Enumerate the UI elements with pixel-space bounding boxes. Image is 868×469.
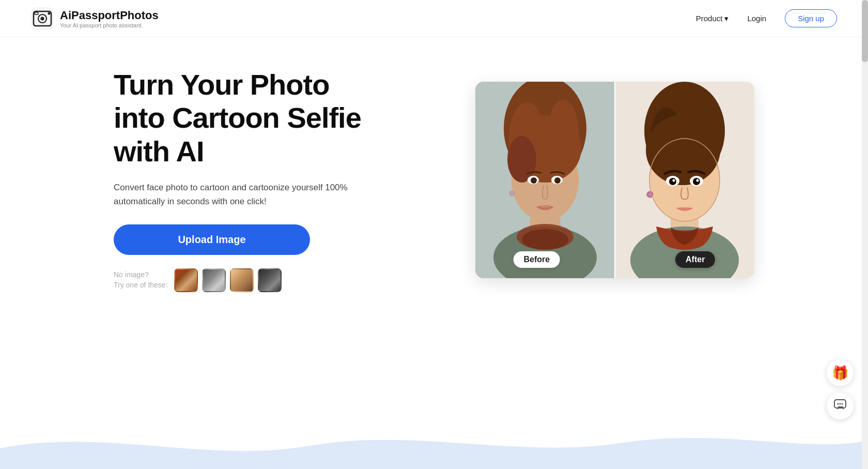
sample-images [174, 268, 282, 292]
logo-text: AiPassportPhotos Your AI passport photo … [60, 9, 159, 28]
after-label: After [675, 251, 715, 268]
left-panel: Turn Your Photo into Cartoon Selfie with… [114, 68, 382, 292]
sample-label: No image? Try one of these: [114, 270, 168, 290]
navbar: AiPassportPhotos Your AI passport photo … [0, 0, 868, 37]
nav-links: Product ▾ Login Sign up [696, 9, 837, 27]
sample-thumb-2[interactable] [202, 268, 226, 292]
svg-point-20 [510, 191, 514, 195]
logo[interactable]: AiPassportPhotos Your AI passport photo … [31, 7, 159, 30]
sample-thumb-3[interactable] [230, 268, 254, 292]
signup-button[interactable]: Sign up [785, 9, 837, 27]
svg-point-3 [41, 17, 44, 20]
gift-button[interactable]: 🎁 [827, 359, 854, 386]
svg-point-40 [838, 403, 839, 405]
photo-after [615, 82, 754, 278]
svg-point-18 [554, 177, 561, 184]
hero-title: Turn Your Photo into Cartoon Selfie with… [114, 68, 382, 168]
main-content: Turn Your Photo into Cartoon Selfie with… [0, 37, 868, 323]
sample-thumb-4[interactable] [258, 268, 282, 292]
right-panel: Before After [424, 82, 806, 278]
chat-icon [833, 398, 847, 414]
before-after-image: Before After [475, 82, 754, 278]
wave-footer [0, 417, 868, 469]
hero-title-line3: with AI [114, 135, 204, 168]
product-menu[interactable]: Product ▾ [696, 14, 729, 23]
photo-before [475, 82, 615, 278]
svg-point-42 [842, 403, 843, 405]
hero-title-line1: Turn Your Photo [114, 68, 329, 101]
svg-point-32 [669, 178, 676, 185]
svg-point-4 [48, 12, 51, 14]
login-link[interactable]: Login [747, 14, 766, 23]
before-label: Before [513, 251, 560, 268]
svg-point-35 [696, 179, 699, 182]
product-label: Product [696, 14, 723, 23]
before-after-divider [614, 82, 615, 278]
product-chevron: ▾ [724, 14, 729, 23]
hero-title-line2: into Cartoon Selfie [114, 101, 361, 134]
logo-icon [31, 7, 54, 30]
svg-point-17 [531, 177, 537, 184]
sample-row: No image? Try one of these: [114, 268, 382, 292]
sample-thumb-1[interactable] [174, 268, 198, 292]
face-realistic-svg [475, 82, 615, 278]
svg-point-41 [840, 403, 841, 405]
chat-button[interactable] [827, 392, 854, 419]
gift-icon: 🎁 [832, 365, 848, 381]
svg-point-14 [507, 136, 536, 183]
logo-tagline: Your AI passport photo assistant. [60, 22, 159, 28]
scrollbar-thumb[interactable] [862, 0, 868, 62]
svg-point-33 [693, 178, 700, 185]
face-cartoon-svg [615, 82, 754, 278]
logo-name: AiPassportPhotos [60, 9, 159, 22]
hero-subtitle: Convert face photo to cartoon and cartoo… [114, 180, 351, 208]
upload-button[interactable]: Upload Image [114, 224, 310, 255]
svg-point-34 [673, 179, 675, 182]
scrollbar[interactable] [862, 0, 868, 469]
svg-point-22 [522, 229, 568, 250]
